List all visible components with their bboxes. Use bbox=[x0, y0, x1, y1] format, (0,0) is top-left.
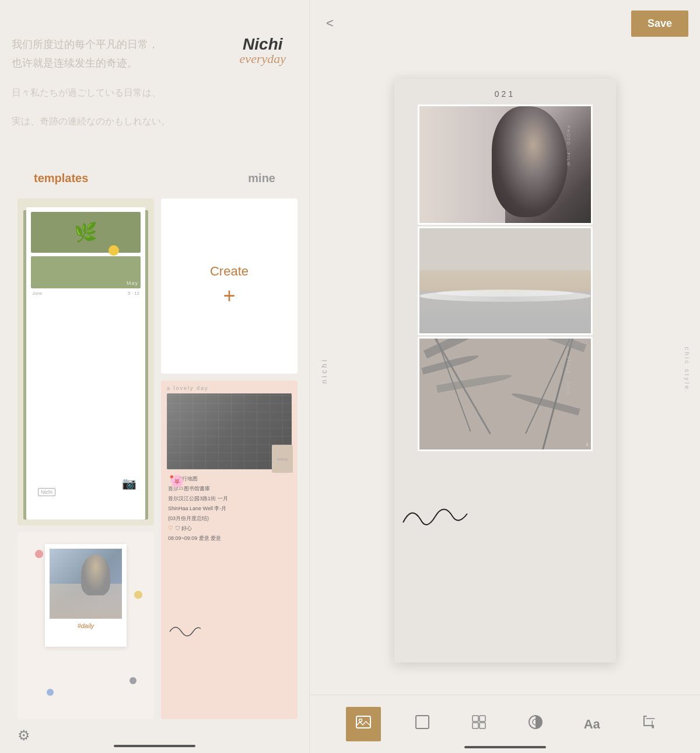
canvas-right-label: chic style. bbox=[684, 347, 691, 394]
photo-strip-2[interactable]: 2 NICHI · DAILY bbox=[418, 226, 593, 335]
stamp-date-left: June bbox=[32, 291, 42, 296]
photo-beach: 2 NICHI · DAILY bbox=[419, 228, 591, 333]
home-indicator-right bbox=[464, 746, 546, 748]
strip-side-text-2: NICHI · DAILY bbox=[566, 242, 570, 283]
scrap-line-1: 📍 旅行地图 bbox=[168, 475, 290, 483]
strip-number-3: 3 bbox=[586, 442, 588, 447]
scrap-line-5: (03月份月度总结) bbox=[168, 515, 290, 522]
dot-gray bbox=[130, 677, 136, 684]
svg-point-1 bbox=[359, 719, 362, 722]
canvas-number: 021 bbox=[394, 79, 616, 104]
home-indicator-left bbox=[114, 745, 195, 747]
scrap-heart-line: ♡ ♡ 好心 bbox=[168, 525, 290, 532]
sticker-tool-icon bbox=[471, 714, 487, 734]
dot-yellow bbox=[134, 591, 142, 599]
nichi-stamp-label: Nichi bbox=[38, 488, 55, 496]
jp-text-1: 日々私たちが過ごしている日常は、 bbox=[12, 85, 170, 102]
toolbar-image-btn[interactable] bbox=[346, 707, 381, 741]
toolbar-text-btn[interactable]: Aa bbox=[577, 712, 607, 737]
scrap-stamp-sticker: stamp bbox=[272, 445, 293, 473]
toolbar-crop-btn[interactable] bbox=[634, 709, 664, 739]
polaroid-image bbox=[50, 549, 122, 619]
canvas-squiggle bbox=[400, 499, 470, 534]
photo-palm: 3 STYLE · CHIC bbox=[419, 339, 591, 449]
left-panel: 我们所度过的每个平凡的日常， 也许就是连续发生的奇迹。 日々私たちが過ごしている… bbox=[0, 0, 309, 753]
tab-templates[interactable]: templates bbox=[29, 169, 93, 187]
toolbar-sticker-btn[interactable] bbox=[464, 709, 494, 739]
template-card-stamp[interactable]: 🌿 May June 5 · 12 📷 Nichi bbox=[18, 198, 154, 525]
right-header: < Save bbox=[310, 0, 700, 47]
scrap-flower: 🌸 bbox=[170, 474, 184, 488]
journal-canvas[interactable]: 021 1 PHOTO · FILM bbox=[394, 79, 616, 663]
create-card[interactable]: Create + bbox=[161, 198, 298, 374]
logo-tagline: everyday bbox=[240, 51, 286, 67]
canvas-area: nichi chic style. 021 1 PHOTO · FILM bbox=[310, 47, 700, 695]
scrap-line-2: 首尔ㅁ图书馆書庫 bbox=[168, 485, 290, 493]
zh-text-2: 也许就是连续发生的奇迹。 bbox=[12, 54, 170, 72]
strip-number-2: 2 bbox=[586, 231, 588, 236]
background-text: 我们所度过的每个平凡的日常， 也许就是连续发生的奇迹。 日々私たちが過ごしている… bbox=[12, 35, 170, 130]
svg-rect-4 bbox=[480, 716, 485, 721]
right-toolbar: Aa bbox=[310, 695, 700, 753]
yellow-dot bbox=[108, 245, 119, 256]
create-label: Create bbox=[210, 264, 249, 279]
photo-woman: 1 PHOTO · FILM bbox=[419, 106, 591, 223]
tabs-row: templates mine bbox=[0, 169, 309, 187]
template-card-polaroid[interactable]: #daily bbox=[18, 532, 154, 719]
create-plus-icon: + bbox=[223, 284, 235, 308]
layout-tool-icon bbox=[414, 714, 430, 734]
polaroid-label: #daily bbox=[50, 622, 122, 629]
svg-rect-6 bbox=[480, 723, 485, 728]
heart-icon: ♡ bbox=[168, 525, 173, 531]
strip-side-text-3: STYLE · CHIC bbox=[566, 355, 570, 396]
cards-area: Create + 🌿 May June 5 · 12 📷 Nichi bbox=[18, 198, 298, 718]
photo-strip-1[interactable]: 1 PHOTO · FILM bbox=[418, 104, 593, 225]
toolbar-filter-btn[interactable] bbox=[520, 709, 551, 739]
back-button[interactable]: < bbox=[321, 11, 338, 36]
svg-rect-5 bbox=[473, 723, 478, 728]
scrap-line-4: ShinHaa Lane Well 李-月 bbox=[168, 505, 290, 513]
jp-text-2: 実は、奇跡の連続なのかもしれない。 bbox=[12, 113, 170, 130]
scrap-line-3: 首尔汉江公园3路1街 一月 bbox=[168, 495, 290, 503]
squiggle-decoration bbox=[167, 620, 202, 637]
scrap-line-7: 08:09~09:09 爱意 爱意 bbox=[168, 535, 290, 542]
tab-mine[interactable]: mine bbox=[243, 169, 280, 187]
image-tool-icon bbox=[355, 714, 372, 734]
filter-tool-icon bbox=[527, 714, 544, 734]
bottom-bar-left: ⚙ bbox=[0, 718, 309, 753]
toolbar-layout-btn[interactable] bbox=[407, 709, 438, 739]
app-logo: Nichi everyday bbox=[240, 35, 286, 67]
dot-blue bbox=[47, 689, 54, 696]
svg-rect-0 bbox=[356, 716, 370, 728]
svg-rect-3 bbox=[473, 716, 478, 721]
template-card-scrapbook[interactable]: a lovely day stamp 🌸 📍 旅行地图 首尔ㅁ图书馆書庫 首尔汉… bbox=[161, 381, 298, 719]
save-button[interactable]: Save bbox=[631, 11, 688, 37]
stamp-date-right: 5 · 12 bbox=[128, 291, 139, 296]
settings-icon[interactable]: ⚙ bbox=[18, 727, 30, 744]
dot-pink bbox=[35, 550, 43, 558]
photo-strips: 1 PHOTO · FILM bbox=[418, 104, 593, 451]
photo-strip-3[interactable]: 3 STYLE · CHIC bbox=[418, 337, 593, 451]
strip-side-text-1: PHOTO · FILM bbox=[566, 126, 570, 167]
polaroid-frame: #daily bbox=[45, 544, 127, 647]
crop-tool-icon bbox=[640, 714, 657, 734]
text-tool-icon: Aa bbox=[584, 717, 600, 732]
scrap-header: a lovely day bbox=[161, 381, 298, 393]
zh-text-1: 我们所度过的每个平凡的日常， bbox=[12, 35, 170, 54]
svg-rect-2 bbox=[416, 716, 429, 728]
canvas-left-label: nichi bbox=[320, 358, 328, 384]
camera-icon: 📷 bbox=[122, 476, 136, 490]
right-panel: < Save nichi chic style. 021 1 PHOTO · F bbox=[309, 0, 700, 753]
